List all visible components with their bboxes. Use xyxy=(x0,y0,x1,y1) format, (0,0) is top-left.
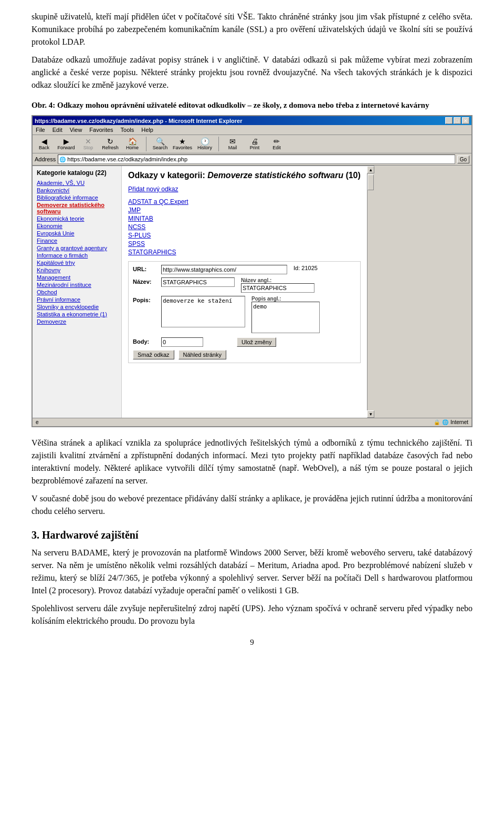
category-demoverze[interactable]: Demoverze statistického softwaru xyxy=(37,202,117,214)
category-management[interactable]: Management xyxy=(37,274,117,281)
popis-label: Popis: xyxy=(133,296,159,303)
scroll-up-button[interactable]: ▲ xyxy=(367,166,374,173)
section-3-heading: 3. Hardwarové zajištění xyxy=(32,529,472,541)
category-demoverze2[interactable]: Demoverze xyxy=(37,318,117,325)
link-ncss[interactable]: NCSS xyxy=(128,223,361,231)
search-label: Search xyxy=(153,145,168,150)
status-right: 🔒 🌐 Internet xyxy=(434,419,468,425)
link-jmp[interactable]: JMP xyxy=(128,207,361,214)
category-knihovny[interactable]: Knihovny xyxy=(37,267,117,273)
maximize-button[interactable]: □ xyxy=(454,117,461,124)
nazev-angl-input[interactable] xyxy=(241,283,314,293)
link-spss[interactable]: SPSS xyxy=(128,240,361,248)
menu-view[interactable]: View xyxy=(69,126,83,133)
menu-edit[interactable]: Edit xyxy=(51,126,64,133)
paragraph-4: V současné době jsou do webové prezentac… xyxy=(32,492,472,518)
popis-textarea[interactable]: demoverze ke stažení xyxy=(161,296,245,327)
nazev-input[interactable] xyxy=(161,277,235,287)
category-ekonomie[interactable]: Ekonomie xyxy=(37,223,117,229)
menu-help[interactable]: Help xyxy=(140,126,154,133)
scrollbar-vertical[interactable]: ▲ ▼ xyxy=(367,166,374,418)
link-minitab[interactable]: MINITAB xyxy=(128,215,361,222)
mail-label: Mail xyxy=(228,145,237,150)
category-finance[interactable]: Finance xyxy=(37,238,117,244)
scroll-thumb[interactable] xyxy=(368,174,374,190)
form-actions: Smaž odkaz Náhled stránky xyxy=(133,350,356,359)
body-input[interactable] xyxy=(161,337,203,347)
link-list: ADSTAT a QC.Expert JMP MINITAB NCSS S-PL… xyxy=(128,198,361,256)
search-icon: 🔍 xyxy=(156,138,165,145)
titlebar-buttons: _ □ ✕ xyxy=(445,117,469,124)
page-title-line1: Odkazy v kategorii: xyxy=(128,171,207,180)
link-statgraphics[interactable]: STATGRAPHICS xyxy=(128,249,361,256)
address-icon: 🌐 xyxy=(59,157,66,162)
nazev-row: Název: Název angl.: xyxy=(133,277,356,293)
edit-label: Edit xyxy=(272,145,281,150)
edit-button[interactable]: ✏ Edit xyxy=(267,138,286,150)
paragraph-1: skupině uživatelů, kteří mají přidělen ú… xyxy=(32,11,472,48)
menu-tools[interactable]: Tools xyxy=(120,126,135,133)
forward-button[interactable]: ▶ Forward xyxy=(57,138,76,150)
category-akademie[interactable]: Akademie, VŠ, VU xyxy=(37,180,117,186)
browser-menubar: File Edit View Favorites Tools Help xyxy=(33,125,471,135)
back-button[interactable]: ◀ Back xyxy=(35,138,54,150)
history-label: History xyxy=(197,145,212,150)
history-button[interactable]: 🕐 History xyxy=(195,138,214,150)
url-label: URL: xyxy=(133,265,159,272)
category-bibliograficke[interactable]: Bibliografické informace xyxy=(37,194,117,201)
save-button[interactable]: Ulož změny xyxy=(237,337,276,347)
delete-button[interactable]: Smaž odkaz xyxy=(133,350,174,359)
url-input[interactable] xyxy=(161,265,287,274)
print-label: Print xyxy=(250,145,260,150)
page-title-count: (10) xyxy=(345,171,360,180)
category-granty[interactable]: Granty a grantové agentury xyxy=(37,245,117,251)
stop-button[interactable]: ✕ Stop xyxy=(79,138,98,150)
minimize-button[interactable]: _ xyxy=(445,117,453,124)
refresh-button[interactable]: ↻ Refresh xyxy=(101,138,120,150)
category-evropska-unie[interactable]: Evropská Unie xyxy=(37,230,117,236)
zone-text: Internet xyxy=(450,419,468,425)
close-button[interactable]: ✕ xyxy=(462,117,469,124)
link-adstat[interactable]: ADSTAT a QC.Expert xyxy=(128,198,361,205)
popis-angl-label: Popis angl.: xyxy=(251,296,320,302)
address-input[interactable]: 🌐 https://badame.vse.cz/odkazy/admin/ind… xyxy=(58,154,455,164)
category-informace-firmach[interactable]: Informace o firmách xyxy=(37,252,117,259)
category-pravni[interactable]: Právní informace xyxy=(37,296,117,303)
home-label: Home xyxy=(126,145,139,150)
menu-favorites[interactable]: Favorites xyxy=(88,126,114,133)
categories-panel: Kategorie katalogu (22) Akademie, VŠ, VU… xyxy=(33,166,122,418)
scroll-down-button[interactable]: ▼ xyxy=(367,410,374,418)
mail-icon: ✉ xyxy=(229,138,236,145)
print-button[interactable]: 🖨 Print xyxy=(245,138,264,150)
category-slovniky[interactable]: Slovníky a encyklopedie xyxy=(37,304,117,310)
figure-caption: Obr. 4: Odkazy mohou oprávnění uživatelé… xyxy=(32,101,472,110)
paragraph-5: Na serveru BADAME, který je provozován n… xyxy=(32,547,472,597)
category-ekonomicka-teorie[interactable]: Ekonomická teorie xyxy=(37,215,117,222)
popis-angl-textarea[interactable]: demo xyxy=(251,302,320,333)
home-button[interactable]: 🏠 Home xyxy=(123,138,142,150)
category-obchod[interactable]: Obchod xyxy=(37,289,117,295)
page-number: 9 xyxy=(32,638,472,647)
add-link[interactable]: Přidat nový odkaz xyxy=(128,185,361,193)
search-button[interactable]: 🔍 Search xyxy=(151,138,170,150)
lock-icon: 🔒 xyxy=(434,419,440,425)
go-button[interactable]: Go xyxy=(457,156,469,163)
refresh-label: Refresh xyxy=(102,145,119,150)
category-mezinarodni[interactable]: Mezinárodní instituce xyxy=(37,282,117,288)
category-kapitalove-trhy[interactable]: Kapitálové trhy xyxy=(37,260,117,266)
page-title-name: Demoverze statistického softwaru xyxy=(207,171,343,180)
print-icon: 🖨 xyxy=(251,138,258,145)
browser-content-wrapper: Kategorie katalogu (22) Akademie, VŠ, VU… xyxy=(33,166,471,418)
category-bankovnictvi[interactable]: Bankovnictví xyxy=(37,187,117,193)
paragraph-3: Většina stránek a aplikací vznikla za sp… xyxy=(32,437,472,487)
nazev-angl-label: Název angl.: xyxy=(241,277,314,283)
menu-file[interactable]: File xyxy=(35,126,46,133)
link-splus[interactable]: S-PLUS xyxy=(128,232,361,239)
favorites-button[interactable]: ★ Favorites xyxy=(173,138,192,150)
favorites-icon: ★ xyxy=(179,138,186,145)
preview-button[interactable]: Náhled stránky xyxy=(178,350,226,359)
toolbar-separator-2 xyxy=(218,137,219,151)
mail-button[interactable]: ✉ Mail xyxy=(223,138,242,150)
stop-icon: ✕ xyxy=(85,138,91,145)
category-statistika[interactable]: Statistika a ekonometrie (1) xyxy=(37,311,117,317)
